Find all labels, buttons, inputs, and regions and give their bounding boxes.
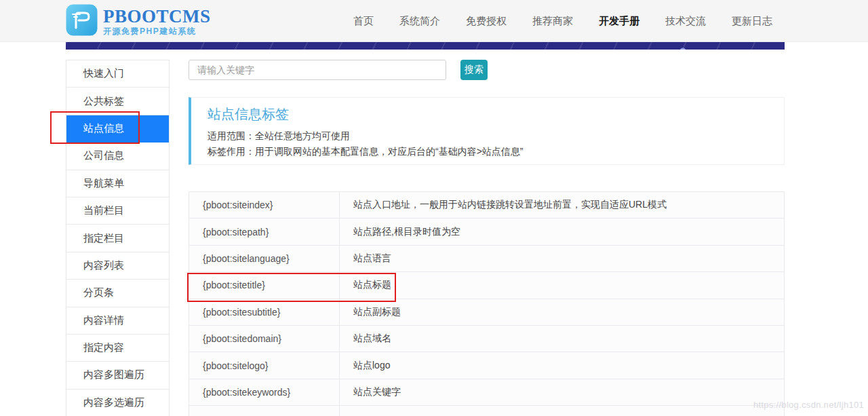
tag-cell — [189, 406, 340, 416]
header: PBOOTCMS 开源免费PHP建站系统 首页 系统简介 免费授权 推荐商家 开… — [0, 0, 868, 42]
desc-cell: 站点入口地址，一般用于站内链接跳转设置地址前置，实现自适应URL模式 — [340, 192, 784, 218]
table-row: {pboot:sitesubtitle} 站点副标题 — [189, 299, 785, 326]
logo-subtitle: 开源免费PHP建站系统 — [103, 27, 211, 36]
nav-item-home[interactable]: 首页 — [353, 15, 374, 28]
desc-cell: 站点副标题 — [340, 299, 784, 325]
logo-title: PBOOTCMS — [103, 7, 211, 26]
info-box: 站点信息标签 适用范围：全站任意地方均可使用 标签作用：用于调取网站的基本配置信… — [189, 97, 785, 165]
main-nav: 首页 系统简介 免费授权 推荐商家 开发手册 技术交流 更新日志 — [353, 15, 785, 28]
nav-item-merchants[interactable]: 推荐商家 — [532, 15, 573, 28]
desc-cell: 站点域名 — [340, 326, 784, 352]
table-row-sitetitle: {pboot:sitetitle} 站点标题 — [189, 271, 785, 299]
table-row: {pboot:sitelanguage} 站点语言 — [189, 245, 785, 272]
tag-cell: {pboot:sitesubtitle} — [189, 299, 340, 325]
desc-cell — [340, 406, 784, 416]
sidebar-item-quick-start[interactable]: 快速入门 — [66, 60, 169, 88]
info-box-scope-line: 适用范围：全站任意地方均可使用 — [208, 128, 770, 144]
desc-cell: 站点语言 — [340, 246, 784, 271]
sidebar-item-multi-select-loop[interactable]: 内容多选遍历 — [66, 390, 169, 416]
sidebar-item-common-tags[interactable]: 公共标签 — [66, 88, 169, 115]
sidebar-item-content-list[interactable]: 内容列表 — [66, 252, 169, 280]
table-row: {pboot:sitelogo} 站点logo — [189, 352, 785, 379]
pbootcms-logo-icon — [66, 4, 98, 39]
sidebar-item-current-column[interactable]: 当前栏目 — [66, 197, 169, 225]
sidebar-item-specified-content[interactable]: 指定内容 — [66, 335, 169, 362]
desc-cell: 站点关键字 — [340, 379, 784, 405]
watermark: https://blog.csdn.net/ljh101 — [753, 400, 864, 410]
sidebar-item-specified-column[interactable]: 指定栏目 — [66, 225, 169, 252]
sidebar: 快速入门 公共标签 站点信息 公司信息 导航菜单 当前栏目 指定栏目 内容列表 … — [66, 60, 170, 416]
sidebar-item-nav-menu[interactable]: 导航菜单 — [66, 170, 169, 197]
tag-cell: {pboot:sitekeywords} — [189, 379, 340, 405]
table-row: {pboot:sitedomain} 站点域名 — [189, 325, 785, 352]
header-inner: PBOOTCMS 开源免费PHP建站系统 首页 系统简介 免费授权 推荐商家 开… — [66, 0, 785, 42]
sidebar-item-company-info[interactable]: 公司信息 — [66, 143, 169, 170]
table-row-partial — [189, 405, 785, 416]
search-input[interactable] — [189, 60, 446, 80]
nav-item-tech-exchange[interactable]: 技术交流 — [665, 15, 706, 28]
nav-item-changelog[interactable]: 更新日志 — [732, 15, 772, 28]
table-row: {pboot:sitepath} 站点路径,根目录时值为空 — [189, 218, 785, 245]
nav-item-license[interactable]: 免费授权 — [466, 15, 507, 28]
sidebar-item-multi-image-loop[interactable]: 内容多图遍历 — [66, 362, 169, 389]
banner-strip — [66, 42, 785, 50]
info-box-title: 站点信息标签 — [208, 105, 770, 124]
sidebar-item-content-detail[interactable]: 内容详情 — [66, 307, 169, 335]
desc-cell: 站点标题 — [340, 272, 784, 298]
tag-cell: {pboot:sitepath} — [189, 219, 340, 244]
tag-table: {pboot:siteindex} 站点入口地址，一般用于站内链接跳转设置地址前… — [189, 191, 785, 416]
desc-cell: 站点logo — [340, 352, 784, 378]
desc-cell: 站点路径,根目录时值为空 — [340, 219, 784, 244]
tag-cell: {pboot:siteindex} — [189, 192, 340, 218]
table-row: {pboot:sitekeywords} 站点关键字 — [189, 379, 785, 406]
tag-cell: {pboot:sitelanguage} — [189, 246, 340, 271]
sidebar-item-site-info[interactable]: 站点信息 — [66, 115, 169, 143]
logo-text: PBOOTCMS 开源免费PHP建站系统 — [103, 7, 211, 36]
info-box-purpose-line: 标签作用：用于调取网站的基本配置信息，对应后台的“基础内容>站点信息” — [208, 144, 770, 159]
tag-cell: {pboot:sitedomain} — [189, 326, 340, 352]
nav-item-dev-manual[interactable]: 开发手册 — [599, 15, 639, 28]
tag-cell: {pboot:sitetitle} — [189, 272, 340, 298]
page: PBOOTCMS 开源免费PHP建站系统 首页 系统简介 免费授权 推荐商家 开… — [0, 0, 868, 416]
logo[interactable]: PBOOTCMS 开源免费PHP建站系统 — [66, 4, 211, 39]
nav-item-intro[interactable]: 系统简介 — [399, 15, 440, 28]
table-row: {pboot:siteindex} 站点入口地址，一般用于站内链接跳转设置地址前… — [189, 191, 785, 219]
sidebar-item-pagination[interactable]: 分页条 — [66, 280, 169, 307]
search-button[interactable]: 搜索 — [460, 60, 488, 80]
tag-cell: {pboot:sitelogo} — [189, 352, 340, 378]
